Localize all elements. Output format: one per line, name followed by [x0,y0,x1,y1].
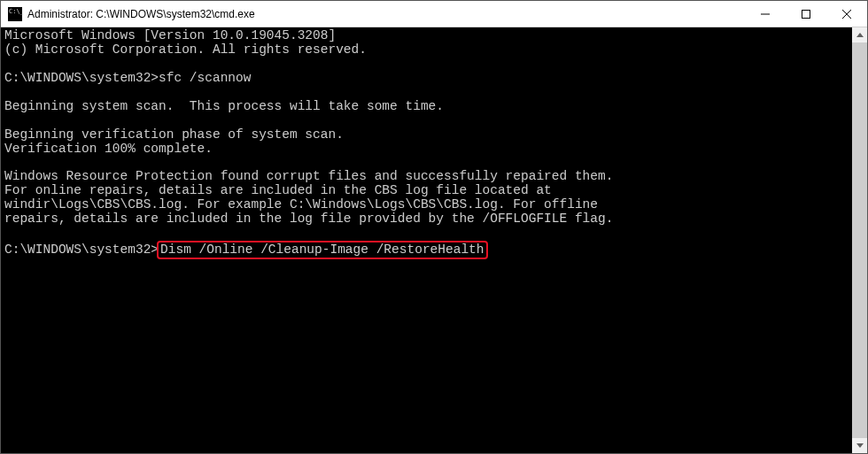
output-line: Microsoft Windows [Version 10.0.19045.32… [4,28,336,42]
output-line: windir\Logs\CBS\CBS.log. For example C:\… [4,197,598,212]
output-line: Beginning verification phase of system s… [4,127,344,142]
prompt-path: C:\WINDOWS\system32> [4,242,159,257]
window-title: Administrator: C:\WINDOWS\system32\cmd.e… [27,8,745,20]
highlighted-command: Dism /Online /Cleanup-Image /RestoreHeal… [157,241,487,259]
svg-rect-1 [802,10,810,18]
prompt-path: C:\WINDOWS\system32> [4,71,159,85]
maximize-button[interactable] [786,1,826,27]
vertical-scrollbar[interactable] [852,27,867,453]
scrollbar-thumb[interactable] [852,42,867,438]
output-line: Verification 100% complete. [4,142,213,156]
output-line: (c) Microsoft Corporation. All rights re… [4,42,367,57]
terminal-wrapper: Microsoft Windows [Version 10.0.19045.32… [1,27,867,453]
command-text: Dism /Online /Cleanup-Image /RestoreHeal… [160,242,484,257]
scrollbar-track[interactable] [852,42,867,438]
output-line: For online repairs, details are included… [4,183,552,197]
window-titlebar: Administrator: C:\WINDOWS\system32\cmd.e… [1,1,867,27]
command-text: sfc /scannow [159,71,251,85]
output-line: Windows Resource Protection found corrup… [4,169,613,183]
output-line: repairs, details are included in the log… [4,212,613,226]
scrollbar-down-button[interactable] [852,438,867,453]
close-button[interactable] [826,1,867,27]
minimize-button[interactable] [745,1,786,27]
terminal-output[interactable]: Microsoft Windows [Version 10.0.19045.32… [1,27,867,453]
cmd-icon [8,7,22,21]
window-controls [745,1,867,27]
scrollbar-up-button[interactable] [852,27,867,42]
output-line: Beginning system scan. This process will… [4,99,444,113]
